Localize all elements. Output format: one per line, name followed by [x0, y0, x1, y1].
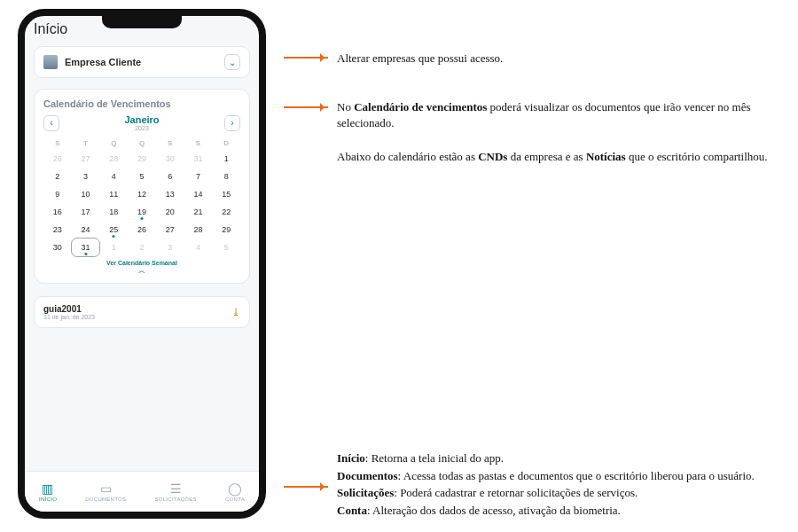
calendar-day[interactable]: 26	[128, 221, 156, 239]
calendar-day[interactable]: 5	[128, 168, 156, 185]
calendar-day: 4	[184, 239, 213, 256]
calendar-day: 26	[43, 150, 72, 168]
calendar-grid: STQQSSD262728293031123456789101112131415…	[43, 137, 240, 256]
annotation-company: Alterar empresas que possui acesso.	[337, 51, 771, 66]
arrow-icon	[284, 486, 328, 488]
calendar-day[interactable]: 3	[72, 168, 100, 185]
calendar-day[interactable]: 20	[156, 203, 184, 221]
calendar-day: 30	[156, 150, 184, 168]
calendar-day[interactable]: 4	[99, 168, 128, 185]
calendar-day[interactable]: 25	[99, 221, 128, 239]
calendar-day[interactable]: 24	[72, 221, 100, 239]
download-icon[interactable]: ⤓	[231, 306, 240, 318]
calendar-day[interactable]: 11	[99, 185, 128, 203]
calendar-day[interactable]: 1	[212, 150, 240, 168]
calendar-day[interactable]: 2	[43, 168, 72, 185]
calendar-day: 5	[212, 239, 240, 256]
nav-conta-label: CONTA	[225, 497, 245, 502]
calendar-day[interactable]: 10	[72, 185, 100, 203]
app-screen: Início Empresa Cliente ⌄ Calendário de V…	[25, 16, 259, 512]
nav-inicio[interactable]: ▥ INÍCIO	[39, 482, 57, 502]
arrow-icon	[284, 57, 328, 59]
day-of-week: D	[212, 137, 240, 150]
document-date: 31 de jan. de 2023	[43, 314, 95, 320]
next-month-button[interactable]: ›	[224, 115, 240, 131]
calendar-day: 3	[156, 239, 184, 256]
day-of-week: S	[156, 137, 184, 150]
calendar-day: 27	[72, 150, 100, 168]
document-info: guia2001 31 de jan. de 2023	[43, 304, 95, 320]
calendar-day[interactable]: 8	[212, 168, 240, 185]
chevron-down-icon[interactable]: ⌄	[224, 54, 240, 70]
calendar-day[interactable]: 22	[212, 203, 240, 221]
document-card[interactable]: guia2001 31 de jan. de 2023 ⤓	[34, 296, 250, 328]
calendar-title: Calendário de Vencimentos	[43, 98, 240, 109]
company-name: Empresa Cliente	[65, 57, 217, 67]
day-of-week: S	[43, 137, 72, 150]
day-of-week: T	[72, 137, 100, 150]
calendar-day[interactable]: 13	[156, 185, 184, 203]
month-name: Janeiro	[124, 114, 159, 125]
calendar-day: 31	[184, 150, 213, 168]
calendar-day[interactable]: 19	[128, 203, 156, 221]
calendar-day[interactable]: 14	[184, 185, 213, 203]
calendar-day[interactable]: 28	[184, 221, 213, 239]
annotation-calendar: No Calendário de vencimentos poderá visu…	[337, 99, 771, 130]
prev-month-button[interactable]: ‹	[43, 115, 59, 131]
calendar-day: 29	[128, 150, 156, 168]
chevron-up-icon: ︿	[43, 266, 240, 276]
nav-conta[interactable]: ◯ CONTA	[225, 482, 245, 502]
calendar-day[interactable]: 27	[156, 221, 184, 239]
bottom-nav: ▥ INÍCIO ▭ DOCUMENTOS ☰ SOLICITAÇÕES ◯ C…	[25, 471, 259, 512]
calendar-day[interactable]: 21	[184, 203, 213, 221]
annotation-nav: Início: Retorna a tela inicial do app. D…	[337, 450, 771, 520]
nav-inicio-label: INÍCIO	[39, 497, 57, 502]
calendar-day[interactable]: 7	[184, 168, 213, 185]
calendar-day[interactable]: 31	[72, 239, 100, 256]
calendar-day[interactable]: 23	[43, 221, 72, 239]
calendar-day[interactable]: 18	[99, 203, 128, 221]
calendar-day: 2	[128, 239, 156, 256]
annotation-below-calendar: Abaixo do calendário estão as CNDs da em…	[337, 149, 771, 165]
weekly-calendar-link[interactable]: Ver Calendário Semanal ︿	[43, 260, 240, 276]
day-of-week: Q	[128, 137, 156, 150]
calendar-day[interactable]: 9	[43, 185, 72, 203]
company-selector[interactable]: Empresa Cliente ⌄	[34, 46, 250, 78]
arrow-icon	[284, 106, 328, 108]
day-of-week: Q	[99, 137, 128, 150]
nav-documentos-label: DOCUMENTOS	[85, 497, 126, 502]
calendar-day[interactable]: 12	[128, 185, 156, 203]
phone-notch	[102, 16, 182, 28]
calendar-day: 1	[99, 239, 128, 256]
chart-icon: ▥	[42, 482, 53, 495]
calendar-day[interactable]: 15	[212, 185, 240, 203]
nav-documentos[interactable]: ▭ DOCUMENTOS	[85, 482, 126, 502]
day-of-week: S	[184, 137, 213, 150]
calendar-day[interactable]: 17	[72, 203, 100, 221]
folder-icon: ▭	[100, 482, 112, 495]
calendar-day[interactable]: 30	[43, 239, 72, 256]
month-header: Janeiro 2023	[124, 114, 159, 131]
nav-solicitacoes-label: SOLICITAÇÕES	[154, 497, 197, 502]
phone-mockup: Início Empresa Cliente ⌄ Calendário de V…	[18, 9, 266, 519]
calendar-day[interactable]: 16	[43, 203, 72, 221]
calendar-card: Calendário de Vencimentos ‹ Janeiro 2023…	[34, 89, 250, 284]
building-icon	[43, 55, 58, 69]
annotations: Alterar empresas que possui acesso. No C…	[284, 9, 780, 519]
document-name: guia2001	[43, 304, 95, 314]
calendar-day[interactable]: 6	[156, 168, 184, 185]
nav-solicitacoes[interactable]: ☰ SOLICITAÇÕES	[154, 482, 197, 502]
user-icon: ◯	[228, 482, 242, 495]
weekly-calendar-label: Ver Calendário Semanal	[106, 260, 177, 266]
month-year: 2023	[124, 125, 159, 131]
list-icon: ☰	[170, 482, 182, 495]
calendar-day: 28	[99, 150, 128, 168]
calendar-day[interactable]: 29	[212, 221, 240, 239]
